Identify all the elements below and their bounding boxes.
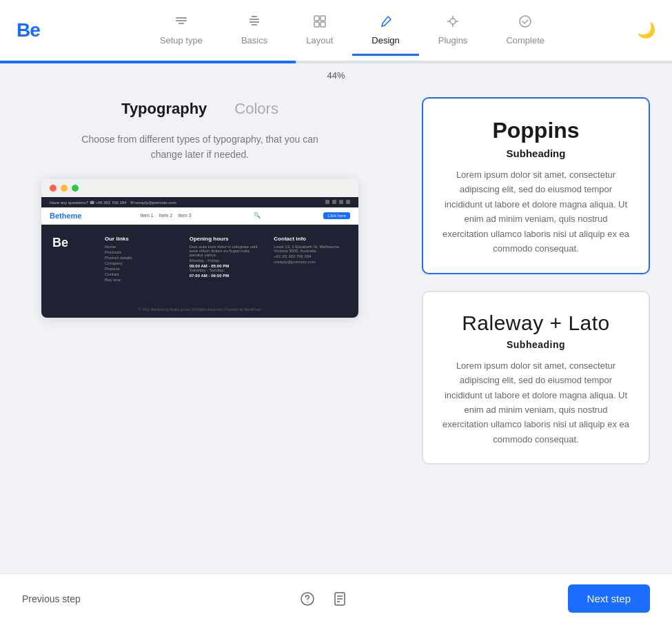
nav-item-3: Item 3 — [178, 213, 191, 218]
nav-tabs: Setup type Basics — [68, 6, 637, 56]
typography-card-raleway[interactable]: Raleway + Lato Subheading Lorem ipsum do… — [422, 291, 650, 465]
design-icon — [378, 14, 394, 31]
tab-layout[interactable]: Layout — [287, 6, 352, 56]
link-products: Products — [105, 250, 179, 254]
moon-icon: 🌙 — [637, 21, 655, 39]
expand-dot — [72, 185, 79, 192]
hours-title: Opening hours — [190, 236, 263, 242]
close-dot — [50, 185, 57, 192]
plugins-icon — [445, 14, 460, 31]
mockup-titlebar — [41, 179, 358, 197]
mockup-topbar: Have any questions? ☎ +48 382 766 284 ✉ … — [41, 197, 358, 207]
section-tabs: Typography Colors — [121, 100, 278, 121]
svg-point-16 — [520, 16, 531, 27]
mockup-contact-col: Contact info Level 13, 2 Elizabeth St, M… — [274, 236, 347, 283]
tab-basics[interactable]: Basics — [222, 6, 287, 56]
right-panel: Poppins Subheading Lorem ipsum dolor sit… — [400, 83, 672, 573]
topbar-icon-1 — [325, 200, 329, 204]
link-buy: Buy now — [105, 278, 179, 282]
nav-item-1: Item 1 — [140, 213, 153, 218]
basics-icon — [247, 14, 262, 31]
link-contact: Contact — [105, 272, 179, 276]
tab-setup-type-label: Setup type — [160, 35, 203, 45]
hours-desc: Duis aute irure dolor in voluptate velit… — [190, 245, 263, 257]
hours-weekend-label: Saturday - Sunday: — [190, 268, 263, 272]
svg-point-11 — [450, 19, 456, 24]
section-description: Choose from different types of typograph… — [69, 132, 331, 163]
mockup-nav: Betheme Item 1 Item 2 Item 3 🔍 Click her… — [41, 207, 358, 225]
svg-rect-8 — [320, 16, 325, 21]
tab-colors[interactable]: Colors — [234, 100, 278, 121]
svg-rect-0 — [176, 20, 187, 21]
header: Be Setup type Bas — [0, 0, 672, 61]
raleway-title: Raleway + Lato — [442, 312, 629, 335]
contact-address: Level 13, 2 Elizabeth St, Melbourne, Vic… — [274, 245, 347, 253]
tab-plugins-label: Plugins — [438, 35, 468, 45]
link-product-details: Product details — [105, 256, 179, 260]
contact-email: noreply@premsto.com — [274, 260, 347, 264]
svg-rect-10 — [320, 22, 325, 27]
tab-layout-label: Layout — [306, 35, 333, 45]
mockup-hero: Be Our links Home Products Product detai… — [41, 225, 358, 297]
links-title: Our links — [105, 236, 179, 242]
tab-plugins[interactable]: Plugins — [419, 6, 487, 56]
topbar-icon-2 — [332, 200, 336, 204]
mockup-footer: © 2022 Betheme by Muffin group | All Rig… — [41, 297, 358, 318]
poppins-subheading: Subheading — [442, 147, 629, 159]
footer-icons — [298, 589, 350, 609]
layout-icon — [312, 14, 327, 31]
svg-rect-1 — [176, 17, 187, 19]
prev-step-button[interactable]: Previous step — [22, 593, 81, 604]
mockup-topbar-icons — [325, 200, 350, 204]
footer-bar: Previous step Next step — [0, 573, 672, 623]
topbar-icon-4 — [346, 200, 350, 204]
mockup-logo-col: Be — [52, 236, 94, 283]
tab-design-label: Design — [371, 35, 399, 45]
search-icon-mockup: 🔍 — [254, 212, 261, 218]
app-logo: Be — [17, 19, 40, 41]
link-home: Home — [105, 245, 179, 249]
dark-mode-toggle[interactable]: 🌙 — [637, 21, 655, 39]
topbar-icon-3 — [339, 200, 343, 204]
svg-rect-7 — [314, 16, 319, 21]
link-process: Process — [105, 267, 179, 271]
complete-icon — [518, 14, 533, 31]
progress-label: 44% — [0, 63, 672, 83]
mockup-nav-items: Item 1 Item 2 Item 3 — [140, 213, 191, 218]
left-panel: Typography Colors Choose from different … — [0, 83, 400, 573]
poppins-title: Poppins — [442, 118, 629, 143]
mockup-topbar-text: Have any questions? ☎ +48 382 766 284 ✉ … — [50, 200, 176, 205]
website-preview: Have any questions? ☎ +48 382 766 284 ✉ … — [41, 179, 358, 318]
minimize-dot — [61, 185, 68, 192]
raleway-body: Lorem ipsum dolor sit amet, consectetur … — [442, 358, 629, 447]
progress-bar-fill — [0, 61, 296, 63]
tab-setup-type[interactable]: Setup type — [141, 6, 222, 56]
contact-title: Contact info — [274, 236, 347, 242]
poppins-body: Lorem ipsum dolor sit amet, consectetur … — [442, 167, 629, 256]
raleway-subheading: Subheading — [442, 339, 629, 350]
nav-item-2: Item 2 — [159, 213, 172, 218]
tab-complete-label: Complete — [506, 35, 544, 45]
tab-design[interactable]: Design — [352, 6, 418, 56]
help-icon[interactable] — [298, 589, 317, 609]
hours-weekend-time: 07:00 AM - 06:00 PM — [190, 274, 263, 278]
tab-basics-label: Basics — [241, 35, 267, 45]
mockup-links-col: Our links Home Products Product details … — [105, 236, 179, 283]
progress-bar-container — [0, 61, 672, 63]
contact-phone: +61 (0) 383 766 284 — [274, 254, 347, 258]
tab-complete[interactable]: Complete — [487, 6, 564, 56]
mockup-hero-logo: Be — [52, 236, 94, 250]
mockup-hours-col: Opening hours Duis aute irure dolor in v… — [190, 236, 263, 283]
next-step-button[interactable]: Next step — [568, 584, 650, 613]
typography-card-poppins[interactable]: Poppins Subheading Lorem ipsum dolor sit… — [422, 97, 650, 274]
hours-weekday-label: Monday - Friday: — [190, 258, 263, 263]
notes-icon[interactable] — [331, 589, 350, 609]
svg-rect-9 — [314, 22, 319, 27]
mockup-body: Have any questions? ☎ +48 382 766 284 ✉ … — [41, 197, 358, 318]
main-content: Typography Colors Choose from different … — [0, 83, 672, 573]
mockup-nav-logo: Betheme — [50, 212, 81, 220]
svg-point-18 — [307, 602, 308, 603]
setup-type-icon — [174, 14, 189, 31]
link-company: Company — [105, 261, 179, 265]
tab-typography[interactable]: Typography — [121, 100, 207, 121]
